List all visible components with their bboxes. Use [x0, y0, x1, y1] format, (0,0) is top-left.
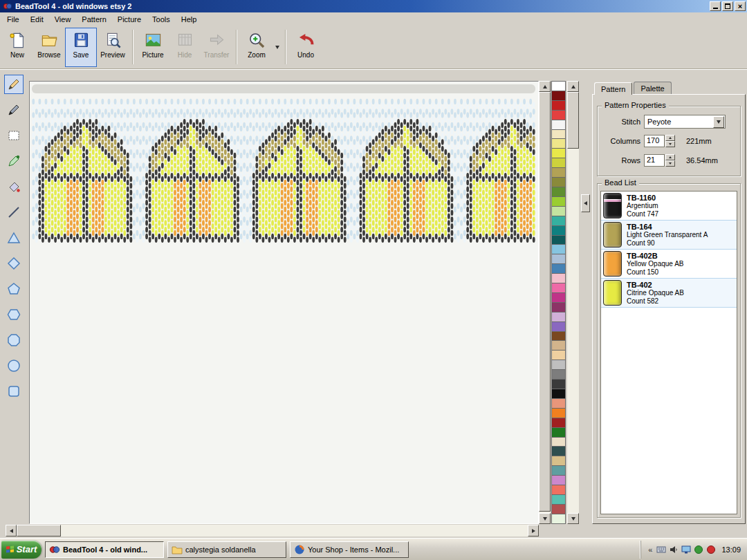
- canvas-horizontal-scrollbar[interactable]: [6, 525, 539, 536]
- bead-pattern-canvas[interactable]: [30, 82, 538, 523]
- line-tool-button[interactable]: [4, 203, 24, 222]
- palette-color-swatch[interactable]: [551, 167, 566, 178]
- bead-list-item[interactable]: TB-1160 Argentium Count 747: [601, 192, 737, 221]
- spin-up-button[interactable]: [665, 135, 675, 141]
- dropdown-arrow-button[interactable]: [713, 116, 724, 128]
- scroll-right-button[interactable]: [528, 525, 539, 536]
- taskbar-task-beadtool[interactable]: BeadTool 4 - old wind...: [45, 541, 164, 558]
- update-icon[interactable]: [706, 545, 716, 554]
- palette-color-swatch[interactable]: [551, 263, 566, 274]
- scroll-thumb[interactable]: [539, 92, 551, 512]
- palette-color-swatch[interactable]: [551, 418, 566, 428]
- palette-color-swatch[interactable]: [551, 196, 566, 207]
- menu-pattern[interactable]: Pattern: [76, 14, 111, 25]
- minimize-button[interactable]: [710, 1, 721, 11]
- menu-help[interactable]: Help: [176, 14, 203, 25]
- bead-list-item[interactable]: TB-164 Light Green Transparent A Count 9…: [601, 221, 737, 250]
- hexagon-tool-button[interactable]: [4, 305, 24, 324]
- spin-down-button[interactable]: [665, 141, 675, 147]
- palette-color-swatch[interactable]: [551, 504, 566, 514]
- palette-color-swatch[interactable]: [551, 177, 566, 187]
- ellipse-tool-button[interactable]: [4, 356, 24, 375]
- palette-color-swatch[interactable]: [551, 216, 566, 226]
- palette-color-swatch[interactable]: [551, 340, 566, 351]
- bead-list-item[interactable]: TB-402B Yellow Opaque AB Count 150: [601, 250, 737, 279]
- palette-color-swatch[interactable]: [551, 398, 566, 409]
- palette-color-swatch[interactable]: [551, 446, 566, 456]
- undo-button[interactable]: Undo: [290, 28, 322, 67]
- maximize-button[interactable]: [722, 1, 733, 11]
- palette-color-swatch[interactable]: [551, 437, 566, 447]
- palette-color-swatch[interactable]: [551, 120, 566, 130]
- hidden-icons-chevron[interactable]: «: [647, 545, 654, 554]
- scroll-up-button[interactable]: [567, 81, 579, 92]
- palette-color-swatch[interactable]: [551, 273, 566, 283]
- palette-color-swatch[interactable]: [551, 331, 566, 342]
- menu-view[interactable]: View: [49, 14, 77, 25]
- palette-color-swatch[interactable]: [551, 456, 566, 466]
- menu-tools[interactable]: Tools: [147, 14, 176, 25]
- scroll-down-button[interactable]: [539, 513, 551, 524]
- hide-button[interactable]: Hide: [169, 28, 201, 67]
- octagon-tool-button[interactable]: [4, 330, 24, 350]
- palette-color-swatch[interactable]: [551, 283, 566, 293]
- palette-color-swatch[interactable]: [551, 129, 566, 140]
- stitch-dropdown[interactable]: Peyote: [644, 115, 726, 129]
- palette-color-swatch[interactable]: [551, 485, 566, 495]
- triangle-tool-button[interactable]: [4, 228, 24, 248]
- browse-button[interactable]: Browse: [33, 28, 65, 67]
- taskbar-task-browser[interactable]: Your Shop - Items - Mozil...: [290, 541, 409, 558]
- fill-tool-button[interactable]: [4, 177, 24, 196]
- scroll-up-button[interactable]: [539, 81, 551, 92]
- palette-color-swatch[interactable]: [551, 494, 566, 505]
- palette-color-swatch[interactable]: [551, 292, 566, 303]
- tab-palette[interactable]: Palette: [634, 82, 671, 94]
- palette-color-swatch[interactable]: [551, 369, 566, 380]
- picture-button[interactable]: Picture: [137, 28, 169, 67]
- palette-color-swatch[interactable]: [551, 91, 566, 101]
- display-icon[interactable]: [681, 545, 691, 554]
- zoom-button[interactable]: Zoom: [241, 28, 273, 67]
- palette-color-swatch[interactable]: [551, 206, 566, 216]
- start-button[interactable]: Start: [1, 541, 42, 559]
- palette-color-swatch[interactable]: [551, 350, 566, 360]
- rounded-square-tool-button[interactable]: [4, 382, 24, 401]
- palette-color-swatch[interactable]: [551, 302, 566, 312]
- palette-color-swatch[interactable]: [551, 360, 566, 370]
- palette-color-swatch[interactable]: [551, 244, 566, 254]
- palette-color-swatch[interactable]: [551, 138, 566, 149]
- bead-list-item[interactable]: TB-402 Citrine Opaque AB Count 582: [601, 279, 737, 308]
- canvas-vertical-scrollbar[interactable]: [539, 81, 551, 524]
- transfer-button[interactable]: Transfer: [201, 28, 232, 67]
- columns-input[interactable]: 170: [644, 135, 665, 147]
- close-button[interactable]: ×: [735, 1, 746, 11]
- scroll-thumb[interactable]: [17, 525, 61, 536]
- palette-color-swatch[interactable]: [551, 187, 566, 197]
- palette-color-swatch[interactable]: [551, 100, 566, 111]
- menu-picture[interactable]: Picture: [112, 14, 147, 25]
- zoom-dropdown-button[interactable]: [273, 28, 282, 67]
- palette-color-swatch[interactable]: [551, 465, 566, 476]
- palette-color-swatch[interactable]: [551, 254, 566, 264]
- diamond-tool-button[interactable]: [4, 254, 24, 273]
- palette-color-swatch[interactable]: [551, 389, 566, 399]
- collapse-panel-button[interactable]: [581, 194, 590, 212]
- save-button[interactable]: Save: [65, 28, 97, 67]
- palette-color-swatch[interactable]: [551, 379, 566, 389]
- eyedropper-tool-button[interactable]: [4, 151, 24, 171]
- palette-color-swatch[interactable]: [551, 81, 566, 91]
- palette-color-swatch[interactable]: [551, 225, 566, 236]
- palette-color-swatch[interactable]: [551, 110, 566, 120]
- preview-button[interactable]: Preview: [97, 28, 129, 67]
- scroll-thumb[interactable]: [567, 92, 579, 149]
- network-icon[interactable]: [694, 545, 703, 554]
- taskbar-task-folder[interactable]: calystegia soldanella: [167, 541, 286, 558]
- menu-file[interactable]: File: [1, 14, 25, 25]
- pentagon-tool-button[interactable]: [4, 279, 24, 299]
- palette-color-swatch[interactable]: [551, 158, 566, 168]
- scroll-down-button[interactable]: [567, 513, 579, 524]
- keyboard-icon[interactable]: [656, 545, 666, 554]
- pencil-tool-button[interactable]: [4, 75, 24, 94]
- spin-down-button[interactable]: [665, 160, 675, 167]
- palette-vertical-scrollbar[interactable]: [567, 81, 579, 524]
